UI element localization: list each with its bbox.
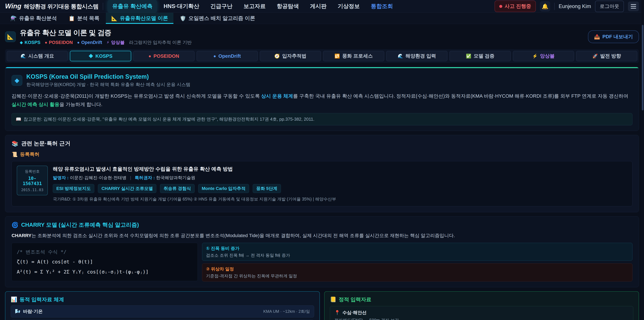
wind-face-icon: 🌬️ [15,309,20,314]
registered-patent-subtitle: 📜 등록특허 [12,151,632,158]
badge-kosps: ◆ KOSPS [20,40,40,45]
model-badges: ◆ KOSPS ● POSEIDON ● OpenDrift ⚡ 앙상블 라그랑… [20,40,192,46]
formula-zeta: ζ(t) = A(t) cos[σt - θ(t)] [17,257,192,267]
nav-item-integrated-search[interactable]: 통합조회 [366,0,398,13]
kosps-diamond-icon: ◆ [12,75,22,86]
diamond-icon: ◆ [89,53,93,59]
tab-label: 앙상블 [540,53,554,59]
registration-number-label: 등록번호 [19,169,46,174]
red-dot-icon: ● [45,40,47,45]
papers-section-title: 📚 관련 논문·특허 근거 [12,140,632,147]
wave-icon: 🌊 [21,54,26,59]
tab-kosps[interactable]: ◆ KOSPS [70,51,131,61]
books-icon: 📚 [12,140,18,147]
section-tabstrip: 🌊 시스템 개요 ◆ KOSPS ● POSEIDON ● OpenDrift … [5,49,639,63]
input-data-grid: 📊 동적 입력자료 체계 🌬️바람·기온 KMA UM · ~12km · 2회… [5,291,639,320]
code-comment: /* 변조조석 수식 */ [17,247,192,257]
page-scrollbar[interactable] [641,0,644,320]
subtab-spill-analysis[interactable]: ⚗️ 유출유 확산분석 [5,13,62,24]
notifications-button[interactable]: 🔔 [540,1,550,12]
tab-weathering-process[interactable]: 🔁 풍화 프로세스 [323,51,384,61]
static-input-title-text: 정적 입력자료 [339,296,372,303]
tab-label: 해양환경 입력 [406,53,436,59]
patent-meta: 발명자 : 이문진·김혜진·이승현·전태병 | 특허권자 : 한국해양과학기술원 [53,175,336,181]
nav-item-aerial-search[interactable]: 항공탐색 [272,0,304,13]
compass-icon: 🧭 [274,54,280,59]
bell-icon: 🔔 [542,3,548,10]
nav-item-hns[interactable]: HNS·대기확산 [159,0,204,13]
pdf-export-button[interactable]: 📤 PDF 내보내기 [588,30,639,43]
kosps-subtitle: 한국해양연구원(KORDI) 개발 · 한국 해역 특화 유출유 확산 예측 상… [26,82,190,88]
navbar-divider [554,3,554,10]
tab-label: POSEIDON [154,53,179,59]
subtab-oil-fence-theory[interactable]: 🛡️ 오일펜스 배치 알고리즘 이론 [174,13,260,24]
subtab-model-theory[interactable]: 📐 유출유확산모델 이론 [106,13,174,24]
scroll-icon: 📜 [12,152,18,157]
tab-ensemble[interactable]: ⚡ 앙상블 [513,51,574,61]
subtab-analysis-list[interactable]: 📋 분석 목록 [63,13,105,24]
logo-wing-mark: Wing [5,2,21,10]
tab-opendrift[interactable]: ● OpenDrift [196,51,258,61]
kosps-header: ◆ KOSPS (Korea Oil Spill Prediction Syst… [12,73,632,88]
incident-status-badge[interactable]: 사고 진행중 [494,1,536,12]
tab-label: OpenDrift [218,53,241,59]
subtab-label: 유출유 확산분석 [19,15,57,22]
scrollbar-thumb[interactable] [642,25,644,110]
blue-dot-icon: ● [77,40,80,45]
triangular-ruler-icon: 📐 [7,34,14,40]
tag-wdc-formula[interactable]: 취송류 경험식 [160,184,194,193]
tag-charry-model[interactable]: CHARRY 실시간 조류모델 [98,184,156,193]
tab-future-direction[interactable]: 🚀 발전 방향 [576,51,637,61]
charry-model-section: 🌀 CHARRY 모델 (실시간 조류예측 핵심 알고리즘) CHARRY는 조… [5,216,639,287]
kosps-highlight-realtime: 실시간 예측 상시 활용 [12,102,59,107]
box-bathymetry-coastline: 📍수심·해안선 전자해도(ENC) → 500m 격자 보간 [330,306,633,320]
tab-label: KOSPS [96,53,112,59]
tab-model-validation[interactable]: ✅ 모델 검증 [450,51,511,61]
repeat-icon: 🔁 [334,54,340,59]
main-nav: 유출유 확산예측 HNS·대기확산 긴급구난 보고자료 항공탐색 게시판 기상정… [108,0,398,13]
tab-system-overview[interactable]: 🌊 시스템 개요 [7,51,68,61]
main-content: 📐 유출유 확산 모델 이론 및 검증 ◆ KOSPS ● POSEIDON ●… [0,24,644,320]
tab-particle-tracking[interactable]: 🧭 입자추적법 [260,51,321,61]
ledger-icon: 📒 [330,296,336,302]
modulated-tide-code-block: /* 변조조석 수식 */ ζ(t) = A(t) cos[σt - θ(t)]… [12,243,198,281]
patent-card: 등록번호 10-1567431 2015.11.03 해양 유류오염사고 발생시… [12,161,632,206]
kosps-text: 를 구축한 국내 유출유 확산 예측 시스템입니다. 정적자료(수심·해안선)와… [293,93,628,99]
note-body: 검조소 조위 진폭 f배 → 전 격자 동일 f배 증가 [206,252,628,258]
book-icon: 📖 [16,117,21,122]
inventors-value: 이문진·김혜진·이승현·전태병 [70,175,126,180]
nav-item-board[interactable]: 게시판 [305,0,331,13]
static-input-card: 📒 정적 입력자료 📍수심·해안선 전자해도(ENC) → 500m 격자 보간… [324,291,639,320]
patent-tags: ESI 방제정보지도 CHARRY 실시간 조류모델 취송류 경험식 Monte… [53,184,336,193]
nav-item-oil-spill-prediction[interactable]: 유출유 확산예측 [108,0,157,13]
tab-poseidon[interactable]: ● POSEIDON [133,51,194,61]
tag-esi-map[interactable]: ESI 방제정보지도 [53,184,94,193]
check-icon: ✅ [466,54,471,59]
assignee-label: 특허권자 : [135,175,155,180]
tag-monte-carlo[interactable]: Monte Carlo 입자추적 [198,184,249,193]
app-logo: Wing 해양환경 위기대응 통합시스템 [5,2,98,11]
nav-item-reports[interactable]: 보고자료 [239,0,270,13]
registration-number: 10-1567431 [19,176,46,186]
nav-item-rescue[interactable]: 긴급구난 [206,0,237,13]
dynamic-input-card: 📊 동적 입력자료 체계 🌬️바람·기온 KMA UM · ~12km · 2회… [5,291,320,320]
badge-poseidon: ● POSEIDON [45,40,73,45]
note-body: 기준점-격자점 간 위상차는 진폭에 무관하게 일정 [206,273,628,279]
row-wind-temp[interactable]: 🌬️바람·기온 KMA UM · ~12km · 2회/일 [11,305,314,317]
badge-note: 라그랑지안 입자추적 이론 기반 [129,40,192,46]
hamburger-menu-button[interactable] [628,2,639,11]
app-title: 해양환경 위기대응 통합시스템 [24,3,98,11]
nav-item-weather[interactable]: 기상정보 [333,0,364,13]
inventors-label: 발명자 : [53,175,68,180]
tag-weathering-5[interactable]: 풍화 5단계 [253,184,281,193]
kosps-reference-box: 📖 참고문헌: 김혜진·이문진·오세웅·강준묵, "유출유 확산 예측 모델의 … [12,113,632,125]
static-input-title: 📒 정적 입력자료 [330,296,633,303]
wave-icon: 🌊 [398,54,403,59]
meta-separator: | [130,175,131,180]
charry-description: CHARRY는 조화분석에 의한 검조소 실시간 조위와 조석 수치모델링에 의… [12,232,632,239]
tab-ocean-env-input[interactable]: 🌊 해양환경 입력 [386,51,448,61]
subtab-label: 분석 목록 [77,15,100,22]
registered-patent-label: 등록특허 [20,151,40,158]
logout-button[interactable]: 로그아웃 [595,1,624,12]
diamond-icon: ◆ [20,40,23,45]
